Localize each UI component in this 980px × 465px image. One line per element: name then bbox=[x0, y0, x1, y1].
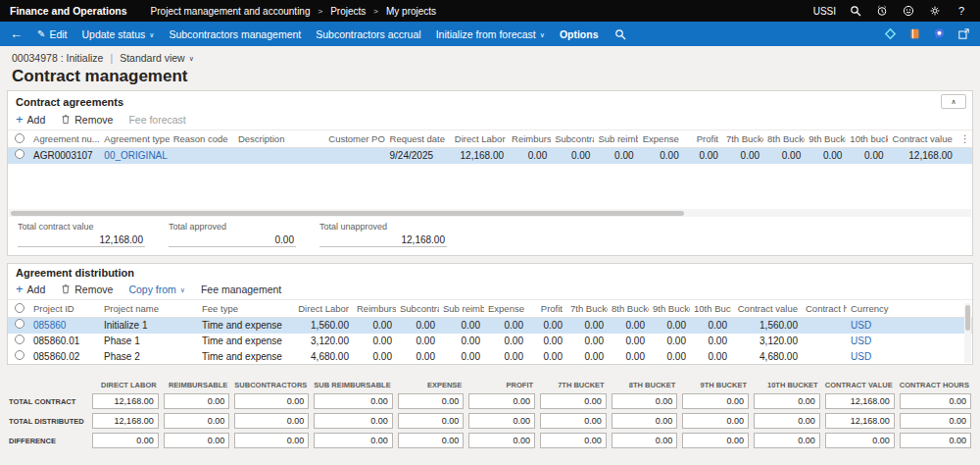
summary-value: 0.00 bbox=[92, 433, 159, 448]
select-all-radio[interactable] bbox=[8, 300, 29, 318]
column-header[interactable]: Agreement nu... ↑ bbox=[29, 130, 100, 148]
column-header[interactable]: Sub reimb... bbox=[594, 130, 637, 148]
row-select-cell[interactable] bbox=[8, 334, 29, 349]
column-header[interactable]: Sub reimb... bbox=[439, 300, 484, 318]
grid-cell: 0.00 bbox=[805, 148, 846, 165]
grid-row[interactable]: 085860Initialize 1Time and expense1,560.… bbox=[8, 318, 972, 335]
breadcrumb-item[interactable]: My projects bbox=[386, 6, 436, 17]
column-header[interactable]: Subcontra... bbox=[396, 300, 439, 318]
row-radio[interactable] bbox=[15, 149, 24, 159]
view-selector[interactable]: Standard view ∨ bbox=[120, 52, 194, 64]
column-header[interactable]: Project name bbox=[100, 300, 198, 318]
action-initialize-from-forecast[interactable]: Initialize from forecast∨ bbox=[436, 28, 545, 40]
grid-options-icon[interactable]: ⋮ bbox=[956, 130, 972, 148]
collapse-section-icon[interactable]: ∧ bbox=[941, 94, 966, 109]
column-header[interactable]: Contract value bbox=[731, 300, 802, 318]
feedback-smiley-icon[interactable] bbox=[902, 4, 915, 18]
open-in-new-window-icon[interactable] bbox=[956, 27, 970, 41]
row-select-cell[interactable] bbox=[8, 148, 29, 165]
guide-book-icon[interactable] bbox=[907, 27, 921, 41]
copy-from-button[interactable]: Copy from ∨ bbox=[128, 284, 185, 295]
fee-forecast-button[interactable]: Fee forecast bbox=[128, 114, 185, 126]
remove-button[interactable]: Remove bbox=[61, 114, 113, 126]
column-header[interactable]: Contract value bbox=[888, 130, 956, 148]
column-header[interactable]: Profit bbox=[527, 300, 566, 318]
column-header[interactable]: 8th Bucket bbox=[763, 130, 805, 148]
column-header[interactable]: 10th Bucket bbox=[690, 300, 731, 318]
horizontal-scrollbar[interactable] bbox=[9, 209, 971, 217]
column-header[interactable]: Description bbox=[234, 130, 324, 148]
column-header[interactable]: Expense bbox=[484, 300, 527, 318]
grid-cell: 0.00 bbox=[439, 334, 484, 349]
column-header[interactable]: 8th Bucket bbox=[608, 300, 649, 318]
breadcrumb-item[interactable]: Project management and accounting bbox=[151, 6, 311, 17]
column-header[interactable]: Currency bbox=[847, 300, 892, 318]
grid-row[interactable]: 085860.01Phase 1Time and expense3,120.00… bbox=[8, 334, 972, 349]
column-header[interactable]: Customer PO bbox=[324, 130, 385, 148]
breadcrumb: Project management and accounting>Projec… bbox=[151, 6, 436, 17]
summary-value: 0.00 bbox=[398, 393, 465, 409]
column-header[interactable]: Reimbursa... bbox=[508, 130, 551, 148]
scrollbar-thumb[interactable] bbox=[965, 305, 970, 331]
column-header[interactable]: Profit bbox=[683, 130, 722, 148]
search-icon[interactable] bbox=[849, 4, 862, 18]
remove-button[interactable]: Remove bbox=[61, 284, 113, 295]
grid-cell[interactable]: 085860 bbox=[29, 318, 100, 335]
column-header[interactable]: 7th Bucket bbox=[566, 300, 608, 318]
column-header[interactable]: 7th Bucket bbox=[722, 130, 763, 148]
row-select-cell[interactable] bbox=[8, 318, 29, 335]
grid-row[interactable]: AGR000310700_ORIGINAL9/24/202512,168.000… bbox=[8, 148, 972, 165]
action-subcontractors-management[interactable]: Subcontractors management bbox=[169, 28, 301, 40]
column-header[interactable]: Agreement type bbox=[100, 130, 169, 148]
column-header[interactable]: 9th Bucket bbox=[649, 300, 690, 318]
grid-cell[interactable]: USD bbox=[847, 334, 892, 349]
contract-agreements-section: Contract agreements ∧ + Add Remove Fee f… bbox=[7, 90, 973, 256]
grid-cell[interactable]: USD bbox=[847, 349, 892, 364]
column-header[interactable]: Subcontra... bbox=[551, 130, 594, 148]
back-icon[interactable]: ← bbox=[10, 27, 23, 40]
column-header[interactable]: Expense bbox=[638, 130, 683, 148]
column-header[interactable]: Reason code bbox=[170, 130, 234, 148]
diamond-badge-icon[interactable] bbox=[883, 27, 897, 41]
help-icon[interactable]: ? bbox=[955, 4, 968, 18]
grid-cell bbox=[802, 349, 847, 364]
app-title[interactable]: Finance and Operations bbox=[10, 5, 127, 17]
row-radio[interactable] bbox=[15, 335, 24, 344]
column-header[interactable]: Direct Labor bbox=[451, 130, 508, 148]
column-header[interactable]: Request date bbox=[386, 130, 451, 148]
row-radio[interactable] bbox=[15, 319, 24, 329]
row-radio[interactable] bbox=[15, 350, 24, 360]
action-subcontractors-accrual[interactable]: Subcontractors accrual bbox=[316, 28, 420, 40]
chevron-down-icon: ∨ bbox=[180, 286, 185, 294]
add-button[interactable]: + Add bbox=[16, 113, 45, 126]
scrollbar-thumb[interactable] bbox=[11, 211, 684, 216]
column-header[interactable]: 10th bucket bbox=[846, 130, 887, 148]
breadcrumb-item[interactable]: Projects bbox=[330, 6, 366, 17]
alarm-icon[interactable] bbox=[875, 4, 889, 18]
contract-agreements-totals: Total contract value 12,168.00 Total app… bbox=[8, 217, 972, 255]
column-header[interactable]: Reimbursa... bbox=[353, 300, 396, 318]
action-update-status[interactable]: Update status∨ bbox=[81, 28, 154, 40]
column-header[interactable]: Contract h... bbox=[802, 300, 847, 318]
column-header[interactable]: Fee type bbox=[198, 300, 292, 318]
summary-column-header: CONTRACT VALUE bbox=[825, 381, 895, 389]
fee-management-button[interactable]: Fee management bbox=[201, 284, 281, 295]
grid-row[interactable]: 085860.02Phase 2Time and expense4,680.00… bbox=[8, 349, 972, 364]
edit-button[interactable]: ✎ Edit bbox=[37, 28, 67, 40]
row-select-cell[interactable] bbox=[8, 349, 29, 364]
actionbar-search-icon[interactable] bbox=[613, 27, 627, 41]
add-button[interactable]: + Add bbox=[16, 283, 45, 295]
chevron-down-icon: ∨ bbox=[189, 55, 194, 63]
column-header[interactable]: Project ID bbox=[29, 300, 100, 318]
settings-gear-icon[interactable] bbox=[928, 4, 942, 18]
summary-value: 12,168.00 bbox=[92, 413, 159, 429]
column-header[interactable]: 9th Bucket bbox=[805, 130, 846, 148]
action-options[interactable]: Options bbox=[560, 28, 599, 40]
select-all-radio[interactable] bbox=[8, 130, 29, 148]
grid-cell[interactable]: USD bbox=[847, 318, 892, 335]
column-header[interactable]: Direct Labor bbox=[292, 300, 353, 318]
vertical-scrollbar[interactable] bbox=[964, 303, 971, 363]
summary-value: 0.00 bbox=[825, 433, 895, 448]
teams-chat-icon[interactable] bbox=[932, 27, 946, 41]
grid-cell[interactable]: 00_ORIGINAL bbox=[100, 148, 169, 165]
